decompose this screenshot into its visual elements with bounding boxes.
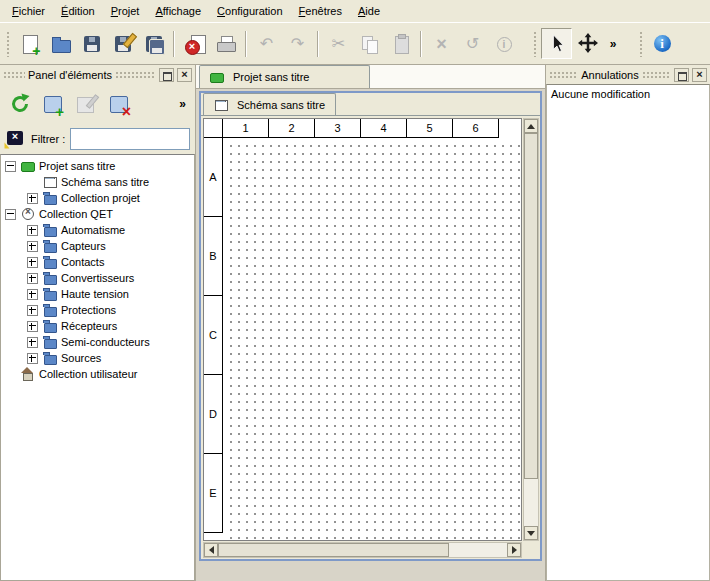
toolbar-grip[interactable] [639,31,644,57]
tree-item-capteurs[interactable]: Capteurs [1,238,194,254]
float-icon [163,72,172,81]
menu-configuration[interactable]: Configuration [209,2,290,20]
toolbar-overflow-button[interactable]: » [603,28,623,59]
clear-filter-button[interactable] [5,129,26,148]
delete-x-icon: × [431,33,453,55]
vertical-scroll-thumb[interactable] [524,133,538,479]
elements-panel-close-button[interactable] [177,68,192,82]
folder-icon [43,352,57,364]
horizontal-scrollbar[interactable] [203,542,522,558]
pan-mode-button[interactable] [572,28,603,59]
paste-button[interactable] [385,28,416,59]
vertical-scrollbar[interactable] [523,118,539,541]
scroll-left-button[interactable] [204,543,218,557]
schema-tab-bar: Schéma sans titre [201,93,540,115]
project-tab[interactable]: Projet sans titre [199,65,370,88]
schema-grid[interactable] [224,139,521,540]
reload-collections-button[interactable] [5,89,35,119]
elements-panel-float-button[interactable] [159,68,174,82]
elements-panel-overflow-button[interactable]: » [175,97,190,111]
expand-icon[interactable] [27,225,38,236]
tree-item-contacts[interactable]: Contacts [1,254,194,270]
copy-button[interactable] [354,28,385,59]
save-as-button[interactable] [107,28,138,59]
tree-item-collection-utilisateur[interactable]: Collection utilisateur [1,366,194,382]
menu-projet[interactable]: Projet [103,2,148,20]
delete-button[interactable]: × [426,28,457,59]
select-mode-button[interactable] [541,28,572,59]
cut-button[interactable]: ✂ [323,28,354,59]
dock-grip[interactable] [115,71,156,79]
delete-element-button[interactable] [104,89,134,119]
rotate-button[interactable]: ↺ [457,28,488,59]
undo-button[interactable]: ↶ [251,28,282,59]
new-element-button[interactable] [38,89,68,119]
menu-edition[interactable]: Édition [53,2,103,20]
save-all-icon [143,33,165,55]
menu-aide[interactable]: Aide [350,2,388,20]
tree-item-automatisme[interactable]: Automatisme [1,222,194,238]
ruler-column-label: 4 [361,119,407,138]
horizontal-scroll-thumb[interactable] [218,543,449,557]
toolbar-grip[interactable] [533,31,538,57]
horizontal-scroll-track[interactable] [218,543,507,557]
expand-icon[interactable] [27,321,38,332]
copy-icon [359,33,381,55]
save-all-button[interactable] [138,28,169,59]
tree-item-semi-conducteurs[interactable]: Semi-conducteurs [1,334,194,350]
expand-icon[interactable] [27,337,38,348]
dock-grip[interactable] [549,71,578,79]
scrollbar-corner [523,542,539,558]
scroll-down-button[interactable] [524,526,538,540]
filter-input[interactable] [70,128,190,150]
menu-fichier[interactable]: Fichier [4,2,53,20]
edit-element-button[interactable] [71,89,101,119]
elements-panel-title: Panel d'éléments [28,69,112,81]
collapse-icon[interactable] [5,161,16,172]
open-project-button[interactable] [45,28,76,59]
undo-history-list[interactable]: Aucune modification [546,84,710,581]
close-file-button[interactable] [179,28,210,59]
about-button[interactable] [647,28,678,59]
vertical-scroll-track[interactable] [524,133,538,526]
undo-panel-float-button[interactable] [674,68,689,82]
save-button[interactable] [76,28,107,59]
menu-affichage[interactable]: Affichage [147,2,209,20]
properties-button[interactable] [488,28,519,59]
new-element-icon [42,93,64,115]
expand-icon[interactable] [27,193,38,204]
schema-tab[interactable]: Schéma sans titre [203,93,336,115]
tree-item-sources[interactable]: Sources [1,350,194,366]
ruler-column-label: 1 [223,119,269,138]
tree-item-protections[interactable]: Protections [1,302,194,318]
tree-item-recepteurs[interactable]: Récepteurs [1,318,194,334]
collapse-icon[interactable] [5,209,16,220]
reload-icon [9,93,31,115]
scroll-right-button[interactable] [507,543,521,557]
dock-grip[interactable] [642,71,671,79]
ruler-row-label: C [204,296,223,375]
scroll-up-button[interactable] [524,119,538,133]
print-button[interactable] [210,28,241,59]
undo-panel-close-button[interactable] [692,68,707,82]
expand-icon[interactable] [27,241,38,252]
tree-item-schema-sans-titre[interactable]: Schéma sans titre [1,174,194,190]
tree-item-convertisseurs[interactable]: Convertisseurs [1,270,194,286]
redo-button[interactable]: ↷ [282,28,313,59]
expand-icon[interactable] [27,273,38,284]
tree-item-collection-projet[interactable]: Collection projet [1,190,194,206]
tree-item-projet-sans-titre[interactable]: Projet sans titre [1,158,194,174]
tree-item-collection-qet[interactable]: Collection QET [1,206,194,222]
ruler-row-label: E [204,454,223,533]
expand-icon[interactable] [27,353,38,364]
expand-icon[interactable] [27,305,38,316]
diagram-view[interactable]: 1 2 3 4 5 6 A B C D [203,118,522,541]
new-document-button[interactable] [14,28,45,59]
toolbar-grip[interactable] [6,31,11,57]
expand-icon[interactable] [27,257,38,268]
expand-icon[interactable] [27,289,38,300]
tree-item-haute-tension[interactable]: Haute tension [1,286,194,302]
menu-fenetres[interactable]: Fenêtres [291,2,350,20]
schema-icon [43,176,57,188]
dock-grip[interactable] [3,71,25,79]
